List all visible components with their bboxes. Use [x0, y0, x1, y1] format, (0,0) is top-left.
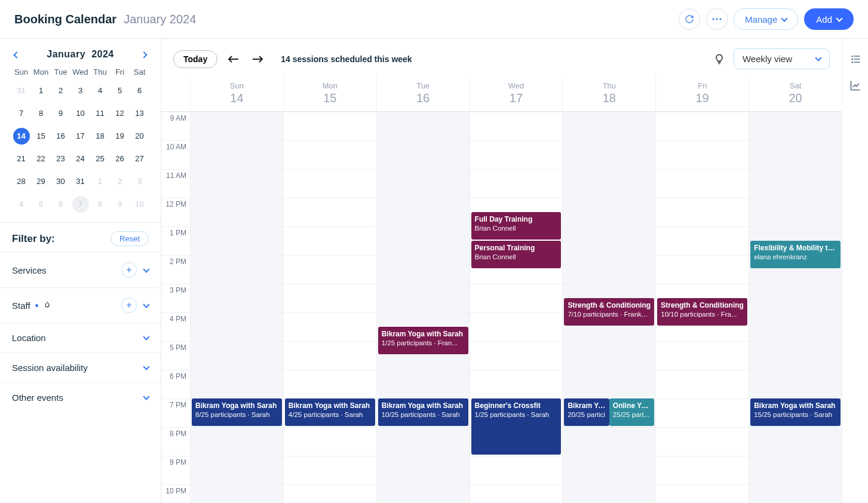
mini-day[interactable]: 5	[33, 196, 50, 213]
hour-cell[interactable]	[377, 284, 470, 312]
hour-cell[interactable]	[563, 341, 655, 370]
hour-cell[interactable]	[284, 284, 376, 312]
hour-cell[interactable]	[749, 169, 842, 198]
hour-cell[interactable]	[563, 226, 655, 255]
calendar-event[interactable]: Strength & Conditioning7/10 participants…	[564, 298, 654, 326]
mini-day[interactable]: 9	[53, 105, 69, 122]
day-column[interactable]: Strength & Conditioning7/10 participants…	[562, 112, 655, 503]
hour-cell[interactable]	[191, 112, 283, 140]
hour-cell[interactable]	[284, 198, 376, 226]
hour-cell[interactable]	[656, 484, 749, 503]
calendar-event[interactable]: Beginner's Crossfit1/25 participants · S…	[471, 398, 562, 455]
refresh-button[interactable]	[679, 8, 700, 30]
hour-cell[interactable]	[284, 226, 376, 255]
hour-cell[interactable]	[563, 255, 655, 284]
add-button[interactable]: Add	[804, 8, 854, 30]
hour-cell[interactable]	[470, 370, 563, 398]
calendar-event[interactable]: Bikram Yoga with Sarah15/25 participants…	[750, 398, 841, 426]
manage-button[interactable]: Manage	[734, 8, 798, 30]
prev-week-button[interactable]	[226, 53, 241, 65]
hour-cell[interactable]	[284, 456, 376, 484]
hour-cell[interactable]	[656, 226, 749, 255]
hour-cell[interactable]	[377, 456, 470, 484]
hour-cell[interactable]	[656, 398, 749, 427]
hour-cell[interactable]	[377, 112, 470, 140]
calendar-event[interactable]: Bikram Yoga with Sarah10/25 participants…	[378, 398, 468, 426]
view-select[interactable]: Weekly view	[734, 48, 830, 69]
mini-day[interactable]: 1	[33, 82, 50, 99]
mini-day[interactable]: 26	[112, 151, 128, 167]
day-column[interactable]: Flexibility & Mobility trainingelana ehr…	[749, 112, 842, 503]
mini-day[interactable]: 29	[33, 173, 50, 190]
mini-day[interactable]: 8	[33, 105, 50, 122]
hour-cell[interactable]	[191, 312, 283, 341]
filter-location[interactable]: Location	[0, 323, 161, 352]
chart-icon[interactable]	[849, 79, 861, 91]
filter-reset-button[interactable]: Reset	[111, 231, 149, 246]
hour-cell[interactable]	[191, 370, 283, 398]
hour-cell[interactable]	[191, 255, 283, 284]
hour-cell[interactable]	[284, 484, 376, 503]
mini-day[interactable]: 7	[72, 196, 89, 213]
hour-cell[interactable]	[563, 140, 655, 169]
mini-prev-button[interactable]	[12, 47, 22, 62]
filter-session-availability[interactable]: Session availability	[0, 352, 161, 382]
calendar-event[interactable]: Full Day TrainingBrian Connell	[471, 212, 562, 240]
hour-cell[interactable]	[656, 169, 749, 198]
hour-cell[interactable]	[563, 427, 655, 456]
mini-day[interactable]: 6	[131, 82, 148, 99]
hour-cell[interactable]	[749, 312, 842, 341]
mini-day[interactable]: 23	[53, 151, 69, 167]
mini-next-button[interactable]	[139, 47, 149, 62]
hour-cell[interactable]	[377, 255, 470, 284]
hour-cell[interactable]	[749, 284, 842, 312]
hour-cell[interactable]	[284, 370, 376, 398]
mini-day[interactable]: 15	[33, 128, 50, 145]
hour-cell[interactable]	[191, 456, 283, 484]
calendar-event[interactable]: Personal TrainingBrian Connell	[471, 241, 562, 268]
mini-day[interactable]: 22	[33, 151, 50, 167]
calendar-event[interactable]: Online Yoga25/25 part...	[609, 398, 654, 426]
mini-day[interactable]: 27	[131, 151, 148, 167]
mini-day[interactable]: 20	[131, 128, 148, 145]
calendar-event[interactable]: Bikram Yoga20/25 partici	[564, 398, 609, 426]
mini-day[interactable]: 4	[13, 196, 30, 213]
hour-cell[interactable]	[470, 112, 563, 140]
hour-cell[interactable]	[749, 140, 842, 169]
hour-cell[interactable]	[377, 198, 470, 226]
mini-day[interactable]: 13	[131, 105, 148, 122]
day-column[interactable]: Bikram Yoga with Sarah8/25 participants …	[190, 112, 283, 503]
hour-cell[interactable]	[191, 284, 283, 312]
next-week-button[interactable]	[250, 53, 265, 65]
mini-day[interactable]: 4	[92, 82, 109, 99]
hour-cell[interactable]	[656, 370, 749, 398]
mini-day[interactable]: 18	[92, 128, 109, 145]
hour-cell[interactable]	[749, 112, 842, 140]
hour-cell[interactable]	[656, 140, 749, 169]
add-service-button[interactable]: +	[121, 262, 137, 278]
hour-cell[interactable]	[377, 169, 470, 198]
today-button[interactable]: Today	[173, 50, 217, 68]
mini-day[interactable]: 10	[131, 196, 148, 213]
hour-cell[interactable]	[656, 427, 749, 456]
calendar-scroll[interactable]: Sun14Mon15Tue16Wed17Thu18Fri19Sat209 AM1…	[161, 76, 842, 503]
hour-cell[interactable]	[470, 484, 563, 503]
hour-cell[interactable]	[563, 169, 655, 198]
hour-cell[interactable]	[656, 341, 749, 370]
hour-cell[interactable]	[377, 427, 470, 456]
filter-other-events[interactable]: Other events	[0, 382, 161, 412]
list-icon[interactable]	[849, 53, 861, 65]
hour-cell[interactable]	[377, 370, 470, 398]
hour-cell[interactable]	[284, 312, 376, 341]
mini-day[interactable]: 21	[13, 151, 30, 167]
mini-day[interactable]: 3	[131, 173, 148, 190]
hour-cell[interactable]	[563, 198, 655, 226]
lightbulb-icon[interactable]	[713, 53, 725, 65]
filter-staff[interactable]: Staff +	[0, 287, 161, 323]
day-column[interactable]: Bikram Yoga with Sarah1/25 participants …	[376, 112, 470, 503]
mini-day[interactable]: 10	[72, 105, 89, 122]
hour-cell[interactable]	[284, 341, 376, 370]
mini-day[interactable]: 9	[112, 196, 128, 213]
hour-cell[interactable]	[284, 255, 376, 284]
hour-cell[interactable]	[191, 198, 283, 226]
